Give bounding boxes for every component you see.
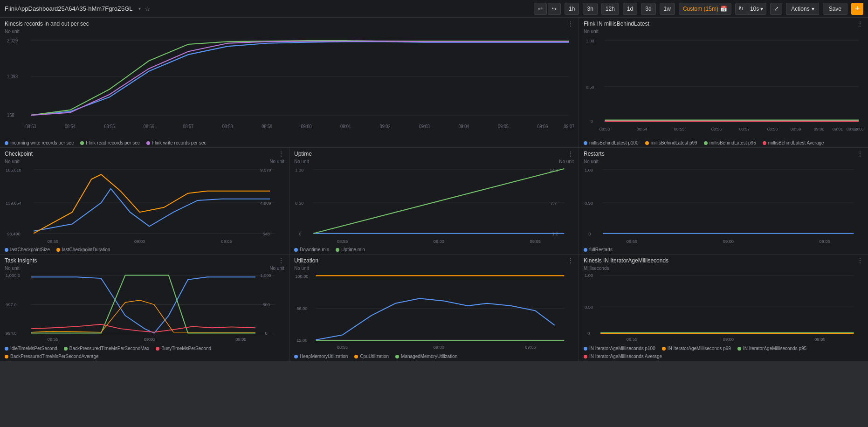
actions-group: Actions ▾ xyxy=(786,3,819,15)
flink-millis-legend: millisBehindLatest p100 millisBehindLate… xyxy=(579,138,868,147)
legend-iterator-p99: IN IteratorAgeMilliseconds p99 xyxy=(662,346,731,351)
svg-text:7.7: 7.7 xyxy=(551,201,557,206)
kinesis-iterator-menu-icon[interactable]: ⋮ xyxy=(857,257,863,264)
svg-text:09:00: 09:00 xyxy=(134,239,145,244)
svg-text:997.0: 997.0 xyxy=(6,303,16,308)
svg-text:08:55: 08:55 xyxy=(337,239,348,244)
svg-text:09:01: 09:01 xyxy=(340,124,351,129)
checkpoint-svg: 185,818 139,654 93,490 9,070 4,809 548 0… xyxy=(5,165,284,245)
legend-incoming-write: Incoming write records per sec xyxy=(5,140,74,145)
custom-time-button[interactable]: Custom (15m) 📅 xyxy=(679,3,731,15)
svg-text:08:54: 08:54 xyxy=(637,126,648,132)
time-1d-button[interactable]: 1d xyxy=(623,3,637,15)
flink-millis-menu-icon[interactable]: ⋮ xyxy=(857,21,863,27)
expand-button[interactable]: ⤢ xyxy=(770,3,782,15)
refresh-button[interactable]: ↻ xyxy=(735,3,747,15)
uptime-title: Uptime xyxy=(294,151,312,157)
uptime-menu-icon[interactable]: ⋮ xyxy=(567,151,574,157)
task-insights-menu-icon[interactable]: ⋮ xyxy=(278,257,284,264)
task-insights-title: Task Insights xyxy=(5,257,37,264)
kinesis-panel-menu-icon[interactable]: ⋮ xyxy=(567,21,574,27)
svg-text:09:05: 09:05 xyxy=(820,239,830,244)
svg-text:1,093: 1,093 xyxy=(7,74,18,79)
legend-busy-time: BusyTimeMsPerSecond xyxy=(156,346,211,351)
restarts-menu-icon[interactable]: ⋮ xyxy=(857,151,863,157)
svg-text:09:01: 09:01 xyxy=(833,126,843,132)
legend-flink-read: Flink read records per sec xyxy=(80,140,140,145)
task-insights-header: Task Insights ⋮ xyxy=(0,255,289,266)
interval-chevron-icon: ▾ xyxy=(760,6,763,12)
svg-text:09:04: 09:04 xyxy=(458,124,469,129)
flink-millis-chart-body: 1.00 0.50 0 08:53 08:54 08:55 08:56 08:5… xyxy=(579,35,868,138)
svg-text:08:54: 08:54 xyxy=(65,124,76,129)
uptime-panel: Uptime ⋮ No unit No unit 1.00 0.50 0 14.… xyxy=(289,148,579,254)
svg-text:1.00: 1.00 xyxy=(295,168,303,172)
checkpoint-legend: lastCheckpointSize lastCheckpointDuratio… xyxy=(0,245,289,254)
undo-button[interactable]: ↩ xyxy=(534,3,547,15)
legend-iterator-avg: IN IteratorAgeMilliseconds Average xyxy=(584,354,662,359)
task-insights-chart-body: 1,000.0 997.0 994.0 1,000 500 0 08:55 09… xyxy=(0,272,289,344)
legend-flink-read-color xyxy=(80,141,84,145)
svg-text:09:00: 09:00 xyxy=(434,345,444,350)
svg-text:09:00: 09:00 xyxy=(434,239,444,244)
legend-iterator-p100: IN IteratorAgeMilliseconds p100 xyxy=(584,346,655,351)
kinesis-panel-title: Kinesis records in and out per sec xyxy=(5,21,89,27)
legend-backpressured-max: BackPressuredTimeMsPerSecondMax xyxy=(64,346,149,351)
svg-text:1,000: 1,000 xyxy=(260,274,271,278)
redo-button[interactable]: ↪ xyxy=(548,3,561,15)
svg-text:09:00: 09:00 xyxy=(301,124,312,129)
svg-text:0.50: 0.50 xyxy=(586,84,594,90)
title-chevron-icon[interactable]: ▾ xyxy=(138,6,141,11)
svg-text:09:00: 09:00 xyxy=(723,239,734,244)
topbar: FlinkAppDashboard25A64A35-hMm7FgroZ5GL ▾… xyxy=(0,0,868,18)
legend-millis-p95: millisBehindLatest p95 xyxy=(704,140,756,145)
svg-text:56.00: 56.00 xyxy=(296,306,307,311)
legend-checkpoint-size: lastCheckpointSize xyxy=(5,247,50,252)
svg-text:08:55: 08:55 xyxy=(48,337,58,342)
svg-text:08:55: 08:55 xyxy=(627,239,637,244)
legend-millis-avg: millisBehindLatest Average xyxy=(763,140,824,145)
svg-text:139,654: 139,654 xyxy=(6,201,21,206)
checkpoint-title: Checkpoint xyxy=(5,151,33,157)
utilization-panel: Utilization ⋮ No unit 100.00 56.00 12.00… xyxy=(289,255,579,361)
svg-text:9,070: 9,070 xyxy=(260,168,271,172)
svg-text:09:05: 09:05 xyxy=(530,239,541,244)
add-panel-button[interactable]: + xyxy=(851,3,863,15)
restarts-header: Restarts ⋮ xyxy=(579,148,868,159)
refresh-interval-button[interactable]: 10s ▾ xyxy=(747,3,766,15)
favorite-star-icon[interactable]: ☆ xyxy=(145,5,151,13)
checkpoint-menu-icon[interactable]: ⋮ xyxy=(278,151,284,157)
time-3h-button[interactable]: 3h xyxy=(583,3,597,15)
time-1w-button[interactable]: 1w xyxy=(660,3,675,15)
time-12h-button[interactable]: 12h xyxy=(601,3,619,15)
calendar-icon: 📅 xyxy=(720,6,727,12)
svg-text:09:05: 09:05 xyxy=(221,239,232,244)
time-1h-button[interactable]: 1h xyxy=(565,3,579,15)
checkpoint-header: Checkpoint ⋮ xyxy=(0,148,289,159)
actions-button[interactable]: Actions ▾ xyxy=(786,3,819,15)
restarts-title: Restarts xyxy=(584,151,605,157)
utilization-chart-body: 100.00 56.00 12.00 08:55 09:00 09:05 xyxy=(289,272,579,352)
dashboard-title: FlinkAppDashboard25A64A35-hMm7FgroZ5GL xyxy=(5,5,133,12)
svg-text:93,490: 93,490 xyxy=(7,232,20,236)
svg-text:0: 0 xyxy=(587,331,590,336)
legend-full-restarts: fullRestarts xyxy=(584,247,613,252)
flink-millis-title: Flink IN millisBehindLatest xyxy=(584,21,649,27)
restarts-chart-body: 1.00 0.50 0 08:55 09:00 09:05 xyxy=(579,165,868,245)
svg-text:1.00: 1.00 xyxy=(586,38,594,43)
svg-text:09:05: 09:05 xyxy=(235,337,246,342)
svg-text:4,809: 4,809 xyxy=(260,201,271,206)
kinesis-iterator-panel: Kinesis IN IteratorAgeMilliseconds ⋮ Mil… xyxy=(579,255,868,361)
undo-redo-group: ↩ ↪ xyxy=(534,3,561,15)
time-3d-button[interactable]: 3d xyxy=(641,3,655,15)
legend-checkpoint-duration: lastCheckpointDuration xyxy=(56,247,110,252)
svg-text:09:05: 09:05 xyxy=(814,337,825,342)
utilization-menu-icon[interactable]: ⋮ xyxy=(567,257,574,264)
flink-millis-header: Flink IN millisBehindLatest ⋮ xyxy=(579,18,868,29)
kinesis-chart-body: 2,029 1,093 158 08:53 08:54 08:55 08:56 … xyxy=(0,35,579,138)
save-button[interactable]: Save xyxy=(823,3,847,15)
svg-text:2,029: 2,029 xyxy=(7,38,18,43)
task-insights-unit-row: No unit No unit xyxy=(0,266,289,272)
svg-text:158: 158 xyxy=(7,113,14,118)
svg-text:09:03: 09:03 xyxy=(419,124,430,129)
